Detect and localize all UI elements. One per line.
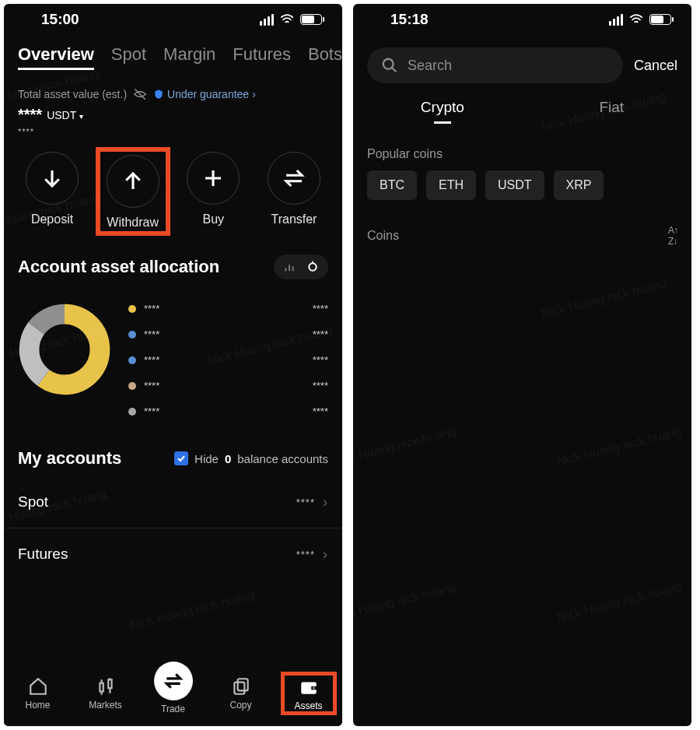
allocation-donut-chart (18, 303, 111, 396)
popular-coins-label: Popular coins (353, 121, 691, 169)
legend-dot (128, 305, 136, 313)
screen-withdraw-search: 15:18 Search Cancel Crypto Fiat Popular … (353, 4, 691, 726)
svg-rect-5 (100, 683, 103, 692)
chevron-right-icon: › (252, 88, 256, 100)
battery-icon (300, 14, 322, 25)
tab-futures[interactable]: Futures (233, 44, 291, 70)
screen-assets-overview: 15:00 Overview Spot Margin Futures Bots … (4, 4, 342, 726)
watermark: Nick Huang nick.huang (555, 424, 683, 469)
legend-name: **** (144, 380, 159, 391)
nav-label: Markets (89, 700, 122, 711)
wifi-icon (628, 14, 644, 25)
account-name: Futures (18, 546, 68, 563)
watermark: Nick Huang nick.huang (540, 276, 667, 321)
guarantee-badge[interactable]: Under guarantee › (153, 88, 256, 100)
tab-spot[interactable]: Spot (111, 44, 146, 70)
account-value: **** (296, 497, 315, 508)
action-transfer[interactable]: Transfer (257, 152, 331, 236)
tab-bots[interactable]: Bots (308, 44, 342, 70)
watermark: Nick Huang nick.huang (555, 580, 683, 624)
nav-assets[interactable]: Assets (281, 672, 337, 715)
nav-label: Home (25, 700, 50, 711)
allocation-title: Account asset allocation (18, 257, 219, 277)
nav-markets[interactable]: Markets (78, 676, 134, 711)
wallet-icon (299, 677, 319, 697)
allocation-header: Account asset allocation (4, 250, 342, 287)
legend-name: **** (144, 303, 159, 314)
account-row-spot[interactable]: Spot ****› (4, 476, 342, 528)
hide-zero-text: Hide (194, 452, 219, 465)
bars-icon[interactable] (280, 258, 299, 276)
hide-zero-balance-toggle[interactable]: Hide 0 balance accounts (174, 451, 328, 465)
copy-icon (231, 676, 251, 697)
coins-list-header: Coins A↑Z↓ (353, 202, 691, 270)
nav-label: Copy (229, 700, 251, 711)
eye-off-icon[interactable] (133, 87, 147, 101)
search-input[interactable]: Search (367, 47, 623, 83)
candles-icon (96, 676, 116, 697)
guarantee-text: Under guarantee (167, 88, 249, 100)
top-tabs: Overview Spot Margin Futures Bots F (4, 35, 342, 78)
nav-trade[interactable]: Trade (145, 672, 201, 714)
currency-type-tabs: Crypto Fiat (353, 91, 691, 121)
value-unit[interactable]: USDT ▾ (47, 109, 83, 121)
clock: 15:00 (41, 11, 79, 28)
wifi-icon (279, 14, 295, 25)
hide-zero-text: balance accounts (237, 452, 328, 465)
coin-chip-xrp[interactable]: XRP (554, 170, 604, 200)
watermark: Nick Huang nick.huang (353, 580, 457, 624)
nav-label: Assets (294, 700, 322, 711)
tab-fiat[interactable]: Fiat (599, 99, 624, 116)
legend-value: **** (313, 405, 328, 417)
legend-value: **** (313, 354, 328, 366)
action-label: Transfer (257, 212, 331, 226)
account-value: **** (296, 549, 315, 560)
coin-chip-usdt[interactable]: USDT (485, 170, 544, 200)
legend-row: ******** (128, 303, 328, 314)
transfer-icon (282, 167, 306, 190)
tab-overview[interactable]: Overview (18, 44, 94, 70)
action-withdraw[interactable]: Withdraw (96, 147, 170, 236)
cancel-button[interactable]: Cancel (634, 58, 677, 74)
nav-copy[interactable]: Copy (213, 676, 269, 711)
arrow-up-icon (121, 170, 145, 193)
sort-alpha-icon[interactable]: A↑Z↓ (668, 225, 677, 247)
svg-point-0 (309, 263, 316, 270)
coin-chip-btc[interactable]: BTC (367, 170, 417, 200)
legend-row: ******** (128, 380, 328, 391)
legend-name: **** (144, 328, 159, 340)
trade-button-icon (154, 662, 193, 700)
legend-row: ******** (128, 354, 328, 366)
coins-label: Coins (367, 229, 399, 243)
watermark: Nick Huang nick.huang (353, 424, 457, 469)
value-mask: **** (18, 106, 42, 124)
legend-name: **** (144, 405, 159, 417)
asset-value: **** USDT ▾ (4, 103, 342, 127)
alloc-view-toggle[interactable] (274, 254, 328, 279)
signal-icon (609, 14, 623, 26)
status-bar: 15:18 (353, 4, 691, 35)
signal-icon (260, 14, 274, 26)
action-deposit[interactable]: Deposit (15, 152, 89, 236)
search-icon (381, 57, 398, 74)
svg-rect-7 (234, 683, 244, 694)
allocation-legend: ******** ******** ******** ******** ****… (128, 303, 328, 417)
legend-row: ******** (128, 328, 328, 340)
donut-icon[interactable] (303, 258, 322, 276)
tab-margin[interactable]: Margin (163, 44, 215, 70)
value-sub: **** (4, 127, 342, 142)
coin-chip-eth[interactable]: ETH (426, 170, 476, 200)
action-buy[interactable]: Buy (176, 152, 250, 236)
action-buttons: Deposit Withdraw Buy Transfer (4, 142, 342, 250)
account-row-futures[interactable]: Futures ****› (4, 528, 342, 580)
svg-rect-8 (237, 679, 247, 690)
my-accounts-header: My accounts Hide 0 balance accounts (4, 440, 342, 476)
legend-dot (128, 382, 136, 390)
caret-down-icon: ▾ (79, 112, 83, 121)
nav-label: Trade (161, 704, 185, 714)
svg-point-11 (313, 687, 314, 689)
my-accounts-title: My accounts (18, 448, 121, 469)
nav-home[interactable]: Home (10, 676, 66, 711)
legend-dot (128, 408, 136, 416)
tab-crypto[interactable]: Crypto (421, 99, 464, 116)
